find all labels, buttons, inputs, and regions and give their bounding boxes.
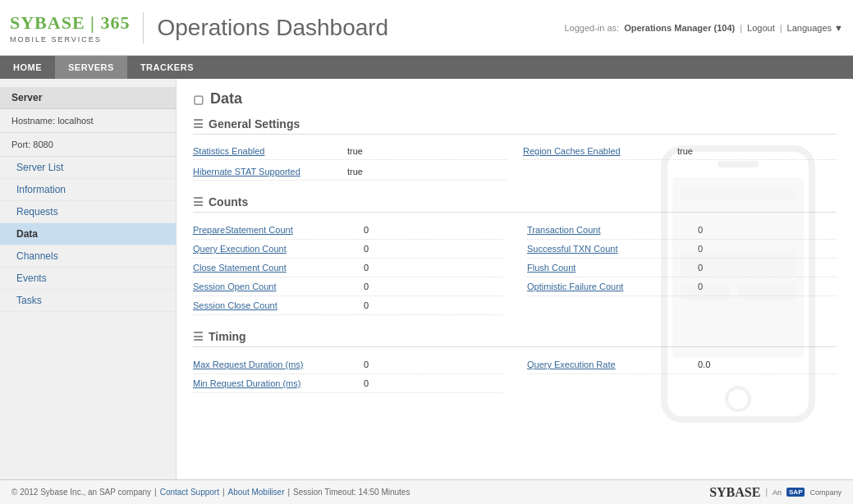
query-execution-count-row: Query Execution Count 0 xyxy=(193,240,502,259)
general-settings-title: ☰ General Settings xyxy=(193,117,837,135)
session-open-value: 0 xyxy=(364,282,369,291)
sidebar-item-requests[interactable]: Requests xyxy=(0,201,176,223)
region-caches-row: Region Caches Enabled true xyxy=(523,143,837,160)
sap-badge: SAP xyxy=(787,488,805,497)
empty-cell xyxy=(523,163,837,181)
stat-enabled-row: Statistics Enabled true xyxy=(193,143,507,160)
transaction-count-label[interactable]: Transaction Count xyxy=(527,225,691,235)
successful-txn-row: Successful TXN Count 0 xyxy=(527,240,837,259)
sybase-logo: SYBASE | 365 xyxy=(10,12,130,34)
max-request-label[interactable]: Max Request Duration (ms) xyxy=(193,360,357,369)
min-request-value: 0 xyxy=(364,378,369,388)
timing-title: ☰ Timing xyxy=(193,330,837,347)
sidebar-section-label: Server xyxy=(0,87,176,109)
close-statement-value: 0 xyxy=(364,263,369,273)
general-settings-label: General Settings xyxy=(209,117,300,131)
footer-an-label: An xyxy=(773,488,782,497)
counts-icon: ☰ xyxy=(193,195,204,208)
nav-tab-trackers[interactable]: TRACKERS xyxy=(127,56,207,79)
hibernate-stat-row: Hibernate STAT Supported true xyxy=(193,163,507,181)
counts-grid: PrepareStatement Count 0 Query Execution… xyxy=(193,221,837,315)
page-title-text: Data xyxy=(210,90,242,108)
max-request-row: Max Request Duration (ms) 0 xyxy=(193,355,502,374)
sybase-footer: SYBASE | An SAP Company xyxy=(709,485,842,500)
timing-label: Timing xyxy=(209,330,246,343)
header-right: Logged-in as: Operations Manager (104) |… xyxy=(564,23,843,33)
session-open-label[interactable]: Session Open Count xyxy=(193,282,357,291)
logged-in-label: Logged-in as: xyxy=(564,23,619,33)
header: SYBASE | 365 Mobile Services Operations … xyxy=(0,0,853,56)
query-exec-rate-value: 0.0 xyxy=(698,360,710,369)
general-settings-grid: Statistics Enabled true Region Caches En… xyxy=(193,143,837,181)
min-request-label[interactable]: Min Request Duration (ms) xyxy=(193,378,357,388)
region-caches-label[interactable]: Region Caches Enabled xyxy=(523,146,671,156)
session-close-value: 0 xyxy=(364,300,369,310)
prepare-statement-label[interactable]: PrepareStatement Count xyxy=(193,225,357,235)
flush-count-label[interactable]: Flush Count xyxy=(527,263,691,273)
footer: © 2012 Sybase Inc., an SAP company | Con… xyxy=(0,479,853,504)
flush-count-value: 0 xyxy=(698,263,703,273)
svg-rect-12 xyxy=(681,322,771,328)
prepare-statement-row: PrepareStatement Count 0 xyxy=(193,221,502,240)
optimistic-failure-label[interactable]: Optimistic Failure Count xyxy=(527,282,691,291)
timing-left: Max Request Duration (ms) 0 Min Request … xyxy=(193,355,502,393)
logo-mobile-services: Mobile Services xyxy=(10,35,102,44)
contact-support-link[interactable]: Contact Support xyxy=(160,488,219,497)
content-area: ▢ Data ☰ General Settings Statistics Ena… xyxy=(177,79,853,479)
sidebar-item-events[interactable]: Events xyxy=(0,268,176,290)
logged-in-user: Operations Manager (104) xyxy=(624,23,735,33)
stat-enabled-label[interactable]: Statistics Enabled xyxy=(193,146,341,156)
session-close-row: Session Close Count 0 xyxy=(193,296,502,315)
main-layout: Server Hostname: localhost Port: 8080 Se… xyxy=(0,79,853,479)
query-exec-rate-label[interactable]: Query Execution Rate xyxy=(527,360,691,369)
footer-company-label: Company xyxy=(809,488,842,497)
successful-txn-value: 0 xyxy=(698,244,703,254)
sidebar-hostname: Hostname: localhost xyxy=(0,109,176,133)
page-title: ▢ Data xyxy=(193,90,837,108)
general-settings-icon: ☰ xyxy=(193,117,204,131)
timing-right: Query Execution Rate 0.0 xyxy=(527,355,837,393)
flush-count-row: Flush Count 0 xyxy=(527,259,837,277)
nav-tab-home[interactable]: HOME xyxy=(0,56,55,79)
successful-txn-label[interactable]: Successful TXN Count xyxy=(527,244,691,254)
region-caches-value: true xyxy=(677,146,693,156)
session-timeout: Session Timeout: 14:50 Minutes xyxy=(293,488,410,497)
optimistic-failure-row: Optimistic Failure Count 0 xyxy=(527,277,837,296)
sidebar: Server Hostname: localhost Port: 8080 Se… xyxy=(0,79,177,479)
timing-icon: ☰ xyxy=(193,330,204,343)
hibernate-stat-label[interactable]: Hibernate STAT Supported xyxy=(193,167,341,176)
port-label: Port: xyxy=(11,140,30,149)
navbar: HOME SERVERS TRACKERS xyxy=(0,56,853,79)
timing-grid: Max Request Duration (ms) 0 Min Request … xyxy=(193,355,837,393)
session-close-label[interactable]: Session Close Count xyxy=(193,300,357,310)
sybase-footer-logo: SYBASE xyxy=(709,485,760,500)
query-execution-count-value: 0 xyxy=(364,244,369,254)
footer-pipe: | xyxy=(765,488,768,497)
prepare-statement-value: 0 xyxy=(364,225,369,235)
sidebar-item-information[interactable]: Information xyxy=(0,179,176,201)
timing-section: ☰ Timing Max Request Duration (ms) 0 Min… xyxy=(193,330,837,393)
footer-left: © 2012 Sybase Inc., an SAP company | Con… xyxy=(11,488,410,497)
sidebar-item-server-list[interactable]: Server List xyxy=(0,157,176,179)
sidebar-item-data[interactable]: Data xyxy=(0,223,176,245)
hostname-value: localhost xyxy=(57,116,93,126)
copyright-text: © 2012 Sybase Inc., an SAP company xyxy=(11,488,151,497)
about-link[interactable]: About Mobiliser xyxy=(228,488,285,497)
port-value: 8080 xyxy=(33,140,53,149)
close-statement-label[interactable]: Close Statement Count xyxy=(193,263,357,273)
transaction-count-row: Transaction Count 0 xyxy=(527,221,837,240)
hibernate-stat-value: true xyxy=(347,167,363,176)
sidebar-item-tasks[interactable]: Tasks xyxy=(0,290,176,312)
query-execution-count-label[interactable]: Query Execution Count xyxy=(193,244,357,254)
logout-link[interactable]: Logout xyxy=(747,23,775,33)
counts-right: Transaction Count 0 Successful TXN Count… xyxy=(527,221,837,315)
max-request-value: 0 xyxy=(364,360,369,369)
optimistic-failure-value: 0 xyxy=(698,282,703,291)
sidebar-item-channels[interactable]: Channels xyxy=(0,245,176,268)
stat-enabled-value: true xyxy=(347,146,363,156)
languages-link[interactable]: Languages ▼ xyxy=(787,23,843,33)
transaction-count-value: 0 xyxy=(698,225,703,235)
data-icon: ▢ xyxy=(193,93,204,106)
nav-tab-servers[interactable]: SERVERS xyxy=(55,56,127,79)
counts-section: ☰ Counts PrepareStatement Count 0 Query … xyxy=(193,195,837,315)
